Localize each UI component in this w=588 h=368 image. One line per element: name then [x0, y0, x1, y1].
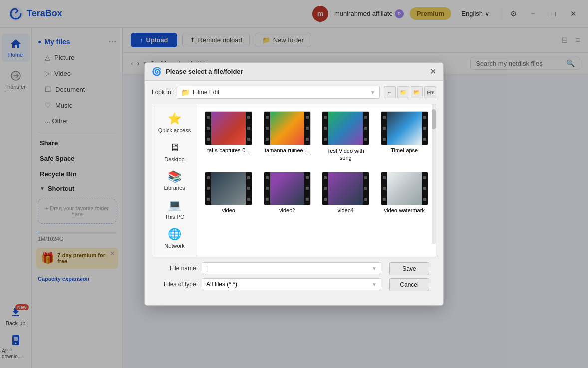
dialog-input-rows: File name: ▼ Files of type: ▼ [159, 262, 381, 294]
dialog-title: Please select a file/folder [166, 68, 426, 75]
filetype-input[interactable] [206, 281, 372, 288]
star-icon: ⭐ [168, 112, 181, 125]
file-thumbnail [381, 111, 428, 145]
list-item[interactable]: video2 [260, 169, 315, 216]
file-dialog: 🌀 Please select a file/folder ✕ Look in:… [144, 62, 444, 306]
film-strip-left [322, 172, 328, 205]
this-pc-item[interactable]: 💻 This PC [152, 195, 197, 224]
lookin-row: Look in: 📁 Filme Edit ▼ ← 📁 📂 ⊞▾ [152, 86, 436, 99]
dialog-action-buttons: Save Cancel [389, 262, 429, 291]
file-thumbnail [205, 172, 252, 205]
save-button[interactable]: Save [389, 262, 429, 275]
file-dialog-overlay: 🌀 Please select a file/folder ✕ Look in:… [0, 0, 588, 368]
file-thumbnail [205, 111, 252, 145]
lookin-select[interactable]: 📁 Filme Edit ▼ [177, 86, 380, 99]
file-thumbnail [322, 172, 369, 205]
film-strip-right [246, 112, 252, 145]
folder-icon: 📁 [181, 88, 190, 96]
list-item[interactable]: video4 [318, 169, 373, 216]
file-thumbnail [381, 172, 428, 205]
film-strip-right [246, 172, 252, 205]
network-item[interactable]: 🌐 Network [152, 224, 197, 253]
cancel-button[interactable]: Cancel [389, 278, 429, 291]
film-strip-right [422, 112, 428, 145]
libraries-icon: 📚 [168, 170, 181, 183]
filename-row: File name: ▼ [159, 262, 381, 274]
list-item[interactable]: Test Video with song [318, 108, 373, 165]
file-thumbnail [264, 172, 311, 205]
file-grid: tai-s-captures-0... [201, 108, 432, 216]
dialog-icon: 🌀 [152, 67, 162, 76]
film-content [328, 112, 363, 145]
list-item[interactable]: TimeLapse [377, 108, 432, 165]
film-strip-right [304, 112, 310, 145]
filename-label: File name: [159, 265, 198, 272]
file-grid-area: tai-s-captures-0... [197, 104, 436, 244]
quick-access-item[interactable]: ⭐ Quick access [152, 108, 197, 137]
view-button[interactable]: ⊞▾ [424, 86, 436, 98]
nav-back-button[interactable]: ← [384, 86, 396, 98]
filetype-label: Files of type: [159, 281, 198, 288]
scrollbar-track[interactable] [432, 104, 436, 244]
film-strip-left [205, 172, 211, 205]
film-content [211, 112, 246, 145]
dialog-body: Look in: 📁 Filme Edit ▼ ← 📁 📂 ⊞▾ [145, 81, 443, 305]
film-content [211, 172, 246, 205]
list-item[interactable]: video [201, 169, 256, 216]
dropdown-icon[interactable]: ▼ [372, 266, 377, 271]
film-strip-left [205, 112, 211, 145]
film-content [270, 112, 304, 145]
desktop-item[interactable]: 🖥 Desktop [152, 137, 197, 166]
dropdown-icon[interactable]: ▼ [372, 282, 377, 287]
file-thumbnail [264, 111, 311, 145]
film-content [328, 172, 363, 205]
film-strip-left [322, 112, 328, 145]
filetype-row: Files of type: ▼ [159, 278, 381, 290]
folder-up-button[interactable]: 📂 [411, 86, 423, 98]
lookin-actions: ← 📁 📂 ⊞▾ [384, 86, 436, 98]
quick-sidebar: ⭐ Quick access 🖥 Desktop 📚 Libraries 💻 T… [152, 104, 197, 257]
computer-icon: 💻 [168, 199, 181, 212]
dialog-close-button[interactable]: ✕ [430, 67, 436, 76]
film-strip-right [304, 172, 310, 205]
dialog-browser: ⭐ Quick access 🖥 Desktop 📚 Libraries 💻 T… [152, 104, 436, 257]
film-strip-right [363, 112, 369, 145]
film-content [387, 112, 422, 145]
film-strip-left [381, 112, 387, 145]
list-item[interactable]: video-watermark [377, 169, 432, 216]
filetype-input-box: ▼ [202, 278, 381, 290]
libraries-item[interactable]: 📚 Libraries [152, 166, 197, 195]
film-content [387, 172, 422, 205]
film-strip-right [363, 172, 369, 205]
footer-row: File name: ▼ Files of type: ▼ [159, 262, 429, 294]
dialog-footer: File name: ▼ Files of type: ▼ [152, 257, 436, 300]
film-content [270, 172, 304, 205]
filename-input-box: ▼ [202, 262, 381, 274]
film-strip-left [264, 112, 270, 145]
film-strip-left [381, 172, 387, 205]
file-thumbnail [322, 111, 369, 145]
lookin-label: Look in: [152, 89, 173, 96]
list-item[interactable]: tamanna-rumee-... [260, 108, 315, 165]
lookin-folder-text: Filme Edit [193, 89, 367, 96]
scrollbar-thumb[interactable] [432, 109, 436, 129]
desktop-icon: 🖥 [169, 141, 180, 154]
network-icon: 🌐 [168, 228, 181, 241]
film-strip-left [264, 172, 270, 205]
filename-input[interactable] [206, 265, 372, 272]
film-strip-right [422, 172, 428, 205]
dialog-title-bar: 🌀 Please select a file/folder ✕ [145, 63, 443, 81]
new-folder-button[interactable]: 📁 [397, 86, 409, 98]
list-item[interactable]: tai-s-captures-0... [201, 108, 256, 165]
dropdown-icon: ▼ [370, 90, 375, 95]
